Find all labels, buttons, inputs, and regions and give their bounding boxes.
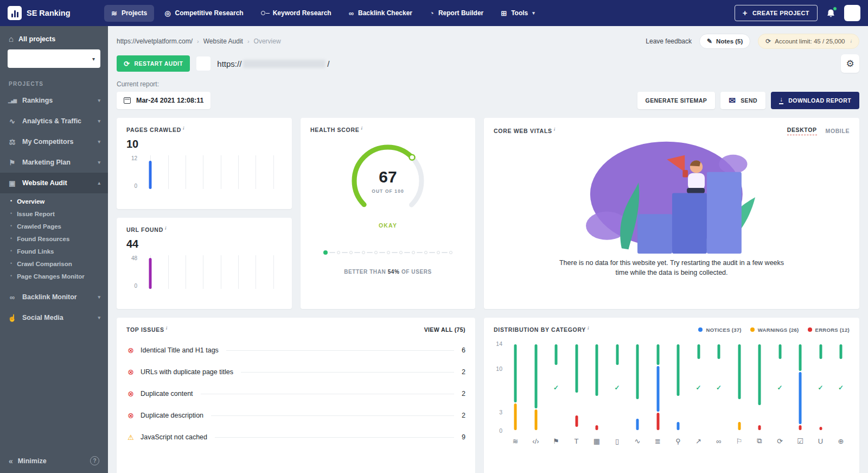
key-icon [261, 11, 265, 15]
brand[interactable]: SE Ranking [0, 6, 104, 20]
yellow-segment [534, 409, 537, 430]
sidebar-item-analytics-traffic[interactable]: ∿Analytics & Traffic▾ [0, 111, 108, 131]
tab-mobile[interactable]: MOBILE [826, 128, 850, 134]
notes-button[interactable]: ✎ Notes (5) [699, 34, 750, 49]
legend-item-errors-12[interactable]: ERRORS (12) [808, 327, 850, 333]
value-bar [149, 258, 152, 289]
distribution-column-performance[interactable]: ∿ [631, 344, 644, 446]
minimize-button[interactable]: « Minimize [9, 457, 47, 465]
send-report-button[interactable]: ✉ SEND [720, 92, 765, 109]
leave-feedback-link[interactable]: Leave feedback [646, 37, 692, 45]
issue-row-javascript-not-cached[interactable]: ⚠JavaScript not cached9 [126, 426, 465, 448]
health-score-gauge: 67 OUT OF 100 [344, 137, 431, 224]
distribution-column-security[interactable]: ⚐ [733, 344, 746, 446]
distribution-column-redirects[interactable]: ✓⚑ [550, 344, 563, 446]
tab-desktop[interactable]: DESKTOP [787, 127, 817, 135]
nav-label: Report Builder [438, 9, 483, 17]
account-limit-badge[interactable]: ⟳ Account limit: 45 / 25,000 i [758, 34, 859, 49]
sidebar-item-website-audit[interactable]: ▣Website Audit▴ [0, 173, 108, 193]
submenu-item-found-links[interactable]: •Found Links [0, 245, 108, 257]
red-segment [596, 425, 598, 430]
settings-gear-icon[interactable]: ⚙ [841, 54, 859, 73]
y-tick-label: 10 [496, 365, 502, 372]
help-icon[interactable]: ? [90, 456, 99, 465]
green-segment [596, 344, 598, 396]
breadcrumb-item-1[interactable]: Website Audit [203, 37, 243, 45]
chart-slot [265, 255, 282, 289]
y-tick-label: 3 [499, 409, 502, 415]
issue-row-identical-title-and-h1-tags[interactable]: ⊗Identical Title and H1 tags6 [126, 339, 465, 361]
create-project-button[interactable]: + CREATE PROJECT [735, 5, 818, 21]
submenu-item-found-resources[interactable]: •Found Resources [0, 232, 108, 245]
distribution-y-axis: 141030 [494, 344, 507, 431]
distribution-column-images[interactable]: ▦ [590, 344, 603, 446]
redirect-chains-icon: ⟳ [777, 436, 783, 446]
pages-crawled-plot [142, 155, 282, 189]
topbar-right: + CREATE PROJECT [735, 5, 868, 21]
notifications-bell-icon[interactable] [826, 8, 835, 18]
bullet-icon: • [10, 199, 12, 204]
submenu-item-crawl-comparison[interactable]: •Crawl Comparison [0, 257, 108, 270]
distribution-column-usability[interactable]: ☑ [794, 344, 807, 446]
distribution-column-internal-links[interactable]: ✓∞ [712, 344, 725, 446]
column-bars: ✓ [692, 344, 705, 431]
info-icon: i [588, 325, 589, 331]
pages-crawled-card: PAGES CRAWLEDi 10 12 0 [117, 118, 292, 209]
info-icon: i [166, 325, 168, 331]
distribution-column-localization[interactable]: ✓⊕ [834, 344, 847, 446]
user-avatar[interactable] [844, 5, 860, 21]
nav-item-keyword-research[interactable]: Keyword Research [254, 5, 339, 21]
issue-row-duplicate-description[interactable]: ⊗Duplicate description2 [126, 405, 465, 426]
distribution-column-content[interactable]: ≣ [652, 344, 665, 446]
sidebar-item-social-media[interactable]: ☝Social Media▾ [0, 307, 108, 328]
nav-item-tools[interactable]: ⊞Tools▾ [494, 5, 542, 22]
breadcrumb-item-0[interactable]: https://velvetplatform.com/ [117, 37, 193, 45]
chevron-down-icon: ▾ [98, 118, 100, 124]
issue-row-urls-with-duplicate-page-titles[interactable]: ⊗URLs with duplicate page titles2 [126, 361, 465, 383]
sidebar-item-marketing-plan[interactable]: ⚑Marketing Plan▾ [0, 152, 108, 173]
distribution-column-text-content[interactable]: ✓U [814, 344, 827, 446]
chart-slot [142, 255, 159, 289]
chart-slot [159, 155, 176, 189]
restart-audit-button[interactable]: ⟳ RESTART AUDIT [117, 55, 190, 72]
submenu-item-crawled-pages[interactable]: •Crawled Pages [0, 220, 108, 232]
nav-item-report-builder[interactable]: ◔Report Builder [423, 5, 490, 22]
nav-item-competitive-research[interactable]: ◎Competitive Research [157, 5, 250, 22]
distribution-column-mobile-friendly[interactable]: ✓▯ [611, 344, 624, 446]
sidebar-item-backlink-monitor[interactable]: ∞Backlink Monitor▾ [0, 287, 108, 307]
sidebar-item-all-projects[interactable]: ⌂ All projects [0, 26, 108, 49]
issue-row-duplicate-content[interactable]: ⊗Duplicate content2 [126, 383, 465, 405]
issue-label: Duplicate content [141, 390, 193, 398]
submenu-item-page-changes-monitor[interactable]: •Page Changes Monitor [0, 270, 108, 282]
progress-step-dot [412, 251, 415, 254]
distribution-column-search-indexing[interactable]: ⚲ [672, 344, 685, 446]
column-bars [753, 344, 766, 431]
passed-check-icon: ✓ [553, 384, 559, 392]
info-icon: i [165, 225, 167, 231]
project-select-dropdown[interactable]: ▾ [8, 49, 100, 68]
progress-dash [442, 252, 448, 253]
download-report-button[interactable]: ↓ DOWNLOAD REPORT [771, 92, 859, 109]
submenu-item-issue-report[interactable]: •Issue Report [0, 207, 108, 220]
green-segment [799, 344, 802, 371]
distribution-column-redirect-chains[interactable]: ✓⟳ [774, 344, 787, 446]
legend-item-notices-37[interactable]: NOTICES (37) [698, 327, 741, 333]
sidebar-item-label: Social Media [22, 314, 92, 321]
sidebar-item-my-competitors[interactable]: ⚖My Competitors▾ [0, 131, 108, 152]
column-bars [509, 344, 522, 431]
red-segment [799, 425, 802, 430]
submenu-item-overview[interactable]: •Overview [0, 195, 108, 207]
nav-item-projects[interactable]: ≋Projects [104, 5, 154, 22]
nav-item-backlink-checker[interactable]: ∞Backlink Checker [342, 5, 419, 22]
distribution-column-title-tag[interactable]: T [570, 344, 583, 446]
sidebar-item-rankings[interactable]: ▁▄▆Rankings▾ [0, 90, 108, 111]
generate-sitemap-button[interactable]: GENERATE SITEMAP [637, 92, 716, 109]
distribution-column-code[interactable]: ‹/› [529, 344, 542, 446]
view-all-link[interactable]: VIEW ALL (75) [424, 326, 465, 333]
distribution-column-external-links[interactable]: ✓↗ [692, 344, 705, 446]
redirects-icon: ⚑ [553, 436, 559, 446]
legend-item-warnings-26[interactable]: WARNINGS (26) [750, 327, 799, 333]
distribution-column-duplicates[interactable]: ⧉ [753, 344, 766, 446]
distribution-column-site-structure[interactable]: ≋ [509, 344, 522, 446]
report-date-picker[interactable]: Mar-24 2021 12:08:11 [117, 92, 210, 109]
